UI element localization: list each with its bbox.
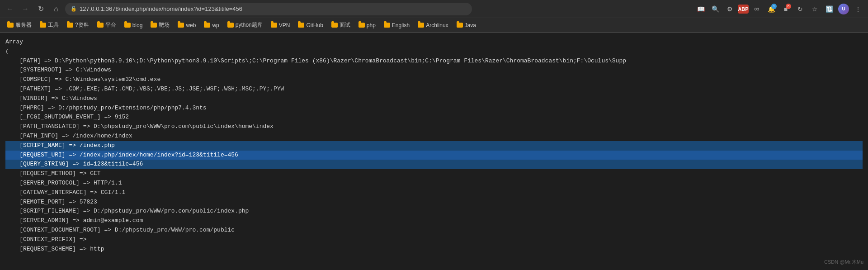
- folder-icon: [359, 23, 365, 28]
- bookmark-tools[interactable]: 工具: [36, 20, 62, 30]
- folder-icon: [384, 23, 390, 28]
- reload-button[interactable]: ↻: [34, 3, 47, 15]
- bookmark-label: blog: [132, 22, 143, 28]
- content-line: [PATHEXT] => .COM;.EXE;.BAT;.CMD;.VBS;.V…: [5, 85, 863, 94]
- bookmark-label: web: [186, 22, 196, 28]
- bookmark-github[interactable]: GitHub: [294, 21, 326, 29]
- browser-sync-icon[interactable]: 🔃: [823, 3, 835, 15]
- content-line: [QUERY_STRING] => id=123&titile=456: [5, 160, 863, 169]
- bookmark-label: 服务器: [15, 21, 32, 29]
- reading-mode-icon[interactable]: 📖: [694, 3, 707, 15]
- bookmark-label: ?资料: [75, 21, 89, 29]
- folder-icon: [97, 23, 104, 28]
- home-button[interactable]: ⌂: [50, 3, 62, 15]
- page-content: Array( [PATH] => D:\Python\python3.9.10\…: [0, 33, 868, 258]
- back-button[interactable]: ←: [4, 3, 16, 15]
- notification-icon[interactable]: 🔔 1: [765, 3, 778, 15]
- watermark: CSDN @Mr.木Mu: [824, 259, 863, 265]
- content-line: [GATEWAY_INTERFACE] => CGI/1.1: [5, 188, 863, 198]
- content-line: [CONTEXT_PREFIX] =>: [5, 235, 863, 245]
- content-line: [SERVER_ADMIN] => admin@example.com: [5, 216, 863, 226]
- address-bar[interactable]: 🔓 127.0.0.1:3678/index.php/index/home/in…: [65, 3, 472, 15]
- content-line: [PATH_INFO] => /index/home/index: [5, 132, 863, 141]
- bookmark-vpn[interactable]: VPN: [267, 21, 294, 29]
- folder-icon: [67, 23, 73, 28]
- folder-icon: [457, 23, 463, 28]
- content-line: (: [5, 47, 863, 57]
- bookmarks-bar: 服务器 工具 ?资料 平台 blog 靶场 web wp: [0, 18, 868, 33]
- content-line: [WINDIR] => C:\Windows: [5, 94, 863, 104]
- content-line: [SERVER_PROTOCOL] => HTTP/1.1: [5, 179, 863, 188]
- content-line: [REMOTE_PORT] => 57823: [5, 198, 863, 207]
- bookmark-target[interactable]: 靶场: [147, 20, 173, 30]
- bookmark-java[interactable]: Java: [453, 21, 480, 29]
- content-lines: Array( [PATH] => D:\Python\python3.9.10\…: [5, 38, 863, 254]
- folder-icon: [124, 23, 131, 28]
- content-line: [SCRIPT_NAME] => /index.php: [5, 141, 863, 151]
- content-line: [SYSTEMROOT] => C:\Windows: [5, 66, 863, 75]
- bookmark-archlinux[interactable]: Archlinux: [414, 21, 452, 29]
- toolbar-icons: 📖 🔍 ⚙ ABP ∞ 🔔 1 ■ 6 ↻ ☆ 🔃 U ⋮: [694, 3, 864, 15]
- content-line: [REQUEST_URI] => /index.php/index/home/i…: [5, 151, 863, 160]
- bookmark-wp[interactable]: wp: [200, 21, 222, 29]
- bookmark-python[interactable]: python题库: [224, 20, 266, 30]
- extension-badge: 6: [786, 4, 791, 9]
- folder-icon: [271, 23, 277, 28]
- folder-icon: [331, 23, 338, 28]
- bookmark-label: python题库: [236, 21, 263, 29]
- folder-icon: [204, 23, 210, 28]
- zoom-icon[interactable]: 🔍: [709, 3, 722, 15]
- content-line: [PATH] => D:\Python\python3.9.10\;D:\Pyt…: [5, 57, 863, 66]
- bookmark-web[interactable]: web: [174, 21, 199, 29]
- bookmark-blog[interactable]: blog: [121, 21, 146, 29]
- menu-button[interactable]: ⋮: [852, 3, 864, 15]
- content-line: [COMSPEC] => C:\Windows\system32\cmd.exe: [5, 75, 863, 85]
- bookmark-english[interactable]: English: [380, 21, 413, 29]
- content-line: [CONTEXT_DOCUMENT_ROOT] => D:/phpstudy_p…: [5, 226, 863, 235]
- content-line: [REQUEST_METHOD] => GET: [5, 169, 863, 179]
- bookmark-interview[interactable]: 面试: [328, 20, 354, 30]
- bookmark-label: 靶场: [159, 21, 170, 29]
- content-line: [PHPRC] => D:/phpstudy_pro/Extensions/ph…: [5, 104, 863, 113]
- sync-icon[interactable]: ↻: [794, 3, 807, 15]
- folder-icon: [7, 23, 14, 28]
- infinity-icon[interactable]: ∞: [750, 3, 763, 15]
- folder-icon: [418, 23, 424, 28]
- folder-icon: [298, 23, 304, 28]
- bookmark-label: English: [392, 22, 410, 28]
- abp-icon[interactable]: ABP: [738, 5, 749, 14]
- settings-icon[interactable]: ⚙: [723, 3, 736, 15]
- content-line: Array: [5, 38, 863, 47]
- bookmark-label: VPN: [279, 22, 290, 28]
- content-line: [PATH_TRANSLATED] => D:\phpstudy_pro\WWW…: [5, 122, 863, 132]
- bookmark-label: 平台: [105, 21, 116, 29]
- bookmark-servers[interactable]: 服务器: [4, 20, 35, 30]
- url-text: 127.0.0.1:3678/index.php/index/home/inde…: [80, 5, 242, 12]
- content-line: [_FCGI_SHUTDOWN_EVENT_] => 9152: [5, 113, 863, 122]
- avatar-icon[interactable]: U: [837, 3, 850, 15]
- bookmark-platform[interactable]: 平台: [94, 20, 120, 30]
- bookmark-label: php: [367, 22, 376, 28]
- folder-icon: [40, 23, 46, 28]
- bookmark-resources[interactable]: ?资料: [63, 20, 93, 30]
- address-bar-row: ← → ↻ ⌂ 🔓 127.0.0.1:3678/index.php/index…: [0, 0, 868, 18]
- extension-icon[interactable]: ■ 6: [779, 3, 792, 15]
- bookmark-label: 工具: [48, 21, 59, 29]
- bookmark-label: Archlinux: [426, 22, 448, 28]
- star-icon[interactable]: ☆: [808, 3, 821, 15]
- bookmark-label: wp: [212, 22, 219, 28]
- bookmark-php[interactable]: php: [355, 21, 379, 29]
- lock-icon: 🔓: [71, 6, 77, 12]
- folder-icon: [178, 23, 184, 28]
- folder-icon: [227, 23, 234, 28]
- forward-button[interactable]: →: [19, 3, 32, 15]
- notification-badge: 1: [771, 4, 777, 9]
- bookmark-label: GitHub: [306, 22, 323, 28]
- browser-chrome: ← → ↻ ⌂ 🔓 127.0.0.1:3678/index.php/index…: [0, 0, 868, 33]
- user-avatar: U: [838, 4, 849, 14]
- content-line: [SCRIPT_FILENAME] => D:/phpstudy_pro/WWW…: [5, 207, 863, 216]
- bookmark-label: 面试: [340, 21, 350, 29]
- bookmark-label: Java: [465, 22, 476, 28]
- folder-icon: [151, 23, 157, 28]
- content-line: [REQUEST_SCHEME] => http: [5, 245, 863, 254]
